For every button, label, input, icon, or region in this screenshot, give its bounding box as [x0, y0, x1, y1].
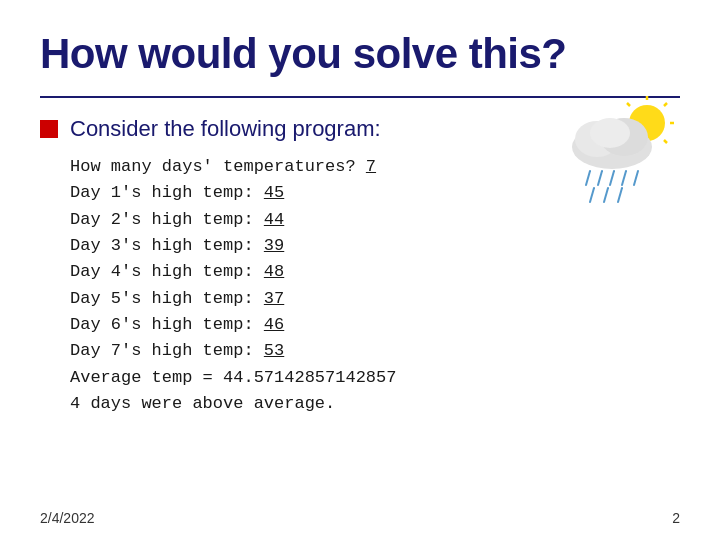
- code-line-6: Day 6's high temp: 46: [70, 312, 680, 338]
- svg-line-2: [664, 103, 667, 106]
- svg-line-11: [598, 171, 602, 185]
- code-value-7: 53: [264, 341, 284, 360]
- code-line-4: Day 4's high temp: 48: [70, 259, 680, 285]
- weather-illustration: [552, 95, 682, 205]
- footer-date: 2/4/2022: [40, 510, 95, 526]
- svg-line-4: [664, 140, 667, 143]
- footer: 2/4/2022 2: [40, 510, 680, 526]
- code-line-7: Day 7's high temp: 53: [70, 338, 680, 364]
- svg-line-10: [586, 171, 590, 185]
- code-value-6: 46: [264, 315, 284, 334]
- code-line-3: Day 3's high temp: 39: [70, 233, 680, 259]
- bullet-square: [40, 120, 58, 138]
- code-value-2: 44: [264, 210, 284, 229]
- svg-line-17: [618, 188, 622, 202]
- code-line-2: Day 2's high temp: 44: [70, 207, 680, 233]
- svg-line-15: [590, 188, 594, 202]
- code-line-8: Average temp = 44.571428571428​57: [70, 365, 680, 391]
- svg-line-16: [604, 188, 608, 202]
- code-value-3: 39: [264, 236, 284, 255]
- svg-line-13: [622, 171, 626, 185]
- code-value-1: 45: [264, 183, 284, 202]
- bullet-text: Consider the following program:: [70, 116, 381, 142]
- slide-title: How would you solve this?: [40, 30, 680, 78]
- svg-line-5: [627, 103, 630, 106]
- svg-line-12: [610, 171, 614, 185]
- svg-point-9: [590, 118, 630, 148]
- slide: How would you solve this? Consider the f…: [0, 0, 720, 540]
- code-line-9: 4 days were above average.: [70, 391, 680, 417]
- code-value-4: 48: [264, 262, 284, 281]
- svg-line-14: [634, 171, 638, 185]
- code-value-5: 37: [264, 289, 284, 308]
- footer-page: 2: [672, 510, 680, 526]
- code-line-5: Day 5's high temp: 37: [70, 286, 680, 312]
- code-value-days: 7: [366, 157, 376, 176]
